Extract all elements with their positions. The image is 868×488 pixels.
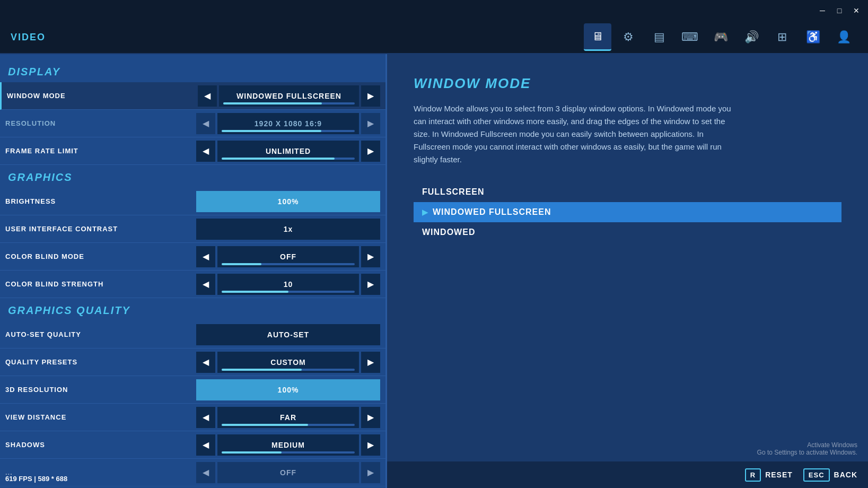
color-blind-strength-next[interactable]: ▶ bbox=[361, 274, 380, 295]
resolution-next[interactable]: ▶ bbox=[361, 113, 380, 134]
auto-set-quality-label: AUTO-SET QUALITY bbox=[5, 330, 196, 338]
window-mode-row[interactable]: WINDOW MODE ◀ WINDOWED FULLSCREEN ▶ bbox=[0, 82, 385, 110]
reset-btn[interactable]: R RESET bbox=[745, 468, 793, 482]
main-layout: DISPLAY WINDOW MODE ◀ WINDOWED FULLSCREE… bbox=[0, 54, 868, 488]
auto-set-quality-value: AUTO-SET bbox=[196, 324, 380, 345]
3d-resolution-label: 3D RESOLUTION bbox=[5, 386, 196, 394]
3d-resolution-control: 100% bbox=[196, 379, 380, 400]
window-mode-control: ◀ WINDOWED FULLSCREEN ▶ bbox=[198, 85, 380, 107]
ui-contrast-value: 1x bbox=[196, 219, 380, 240]
nav-accessibility-icon[interactable]: ♿ bbox=[799, 23, 827, 51]
bottom-bar: R RESET ESC BACK bbox=[387, 461, 868, 488]
view-distance-control: ◀ FAR ▶ bbox=[196, 407, 380, 428]
auto-set-quality-control: AUTO-SET bbox=[196, 324, 380, 345]
color-blind-mode-prev[interactable]: ◀ bbox=[196, 246, 215, 267]
window-mode-options: FULLSCREEN ▶ WINDOWED FULLSCREEN WINDOWE… bbox=[414, 182, 841, 242]
quality-presets-value: CUSTOM bbox=[217, 352, 359, 373]
nav-icons: 🖥 ⚙ ▤ ⌨ 🎮 🔊 ⊞ ♿ 👤 bbox=[584, 23, 857, 51]
resolution-control: ◀ 1920 X 1080 16:9 ▶ bbox=[196, 113, 380, 134]
view-distance-prev[interactable]: ◀ bbox=[196, 407, 215, 428]
nav-monitor-icon[interactable]: 🖥 bbox=[584, 23, 611, 51]
more-prev[interactable]: ◀ bbox=[196, 462, 215, 483]
titlebar: ─ □ ✕ bbox=[0, 0, 868, 21]
nav-audio-icon[interactable]: 🔊 bbox=[738, 23, 765, 51]
option-fullscreen-label: FULLSCREEN bbox=[422, 187, 485, 197]
more-control: ◀ OFF ▶ bbox=[196, 462, 380, 483]
color-blind-mode-control: ◀ OFF ▶ bbox=[196, 246, 380, 267]
frame-rate-prev[interactable]: ◀ bbox=[196, 141, 215, 162]
reset-label: RESET bbox=[765, 470, 793, 479]
left-panel: DISPLAY WINDOW MODE ◀ WINDOWED FULLSCREE… bbox=[0, 54, 387, 488]
resolution-value: 1920 X 1080 16:9 bbox=[217, 113, 359, 134]
quality-presets-next[interactable]: ▶ bbox=[361, 352, 380, 373]
brightness-label: BRIGHTNESS bbox=[5, 197, 196, 205]
ui-contrast-row[interactable]: USER INTERFACE CONTRAST 1x bbox=[0, 215, 385, 243]
ui-contrast-control: 1x bbox=[196, 219, 380, 240]
back-btn[interactable]: ESC BACK bbox=[803, 468, 857, 482]
window-mode-next[interactable]: ▶ bbox=[361, 85, 380, 107]
color-blind-strength-row[interactable]: COLOR BLIND STRENGTH ◀ 10 ▶ bbox=[0, 271, 385, 298]
quality-presets-label: QUALITY PRESETS bbox=[5, 358, 196, 366]
nav-hud-icon[interactable]: ⊞ bbox=[768, 23, 796, 51]
option-windowed-fullscreen[interactable]: ▶ WINDOWED FULLSCREEN bbox=[414, 202, 841, 222]
nav-keyboard-icon[interactable]: ⌨ bbox=[676, 23, 704, 51]
maximize-button[interactable]: □ bbox=[833, 4, 846, 17]
fps-counter: 619 FPS | 589 * 688 bbox=[5, 475, 67, 483]
color-blind-mode-value: OFF bbox=[217, 246, 359, 267]
color-blind-mode-row[interactable]: COLOR BLIND MODE ◀ OFF ▶ bbox=[0, 243, 385, 271]
color-blind-strength-prev[interactable]: ◀ bbox=[196, 274, 215, 295]
view-distance-next[interactable]: ▶ bbox=[361, 407, 380, 428]
frame-rate-value: UNLIMITED bbox=[217, 141, 359, 162]
graphics-quality-section-title: GRAPHICS QUALITY bbox=[0, 298, 385, 321]
shadows-label: SHADOWS bbox=[5, 441, 196, 449]
quality-presets-row[interactable]: QUALITY PRESETS ◀ CUSTOM ▶ bbox=[0, 348, 385, 376]
color-blind-strength-value: 10 bbox=[217, 274, 359, 295]
window-mode-label: WINDOW MODE bbox=[7, 92, 198, 100]
shadows-prev[interactable]: ◀ bbox=[196, 434, 215, 456]
window-mode-prev[interactable]: ◀ bbox=[198, 85, 217, 107]
right-panel: WINDOW MODE Window Mode allows you to se… bbox=[387, 54, 868, 488]
activate-windows: Activate Windows Go to Settings to activ… bbox=[757, 441, 857, 456]
frame-rate-row[interactable]: FRAME RATE LIMIT ◀ UNLIMITED ▶ bbox=[0, 137, 385, 165]
option-active-arrow: ▶ bbox=[422, 208, 428, 216]
more-value: OFF bbox=[217, 462, 359, 483]
option-windowed-label: WINDOWED bbox=[422, 228, 475, 237]
quality-presets-prev[interactable]: ◀ bbox=[196, 352, 215, 373]
nav-account-icon[interactable]: 👤 bbox=[830, 23, 857, 51]
color-blind-strength-label: COLOR BLIND STRENGTH bbox=[5, 280, 196, 288]
frame-rate-label: FRAME RATE LIMIT bbox=[5, 147, 196, 155]
option-fullscreen[interactable]: FULLSCREEN bbox=[414, 182, 841, 202]
brightness-control: 100% bbox=[196, 191, 380, 212]
display-section-title: DISPLAY bbox=[0, 59, 385, 82]
shadows-next[interactable]: ▶ bbox=[361, 434, 380, 456]
resolution-label: RESOLUTION bbox=[5, 119, 196, 127]
titlebar-controls: ─ □ ✕ bbox=[816, 4, 863, 17]
brightness-row[interactable]: BRIGHTNESS 100% bbox=[0, 188, 385, 215]
frame-rate-next[interactable]: ▶ bbox=[361, 141, 380, 162]
back-key-badge: ESC bbox=[803, 468, 830, 482]
view-distance-row[interactable]: VIEW DISTANCE ◀ FAR ▶ bbox=[0, 404, 385, 431]
shadows-row[interactable]: SHADOWS ◀ MEDIUM ▶ bbox=[0, 431, 385, 459]
shadows-value: MEDIUM bbox=[217, 434, 359, 456]
back-label: BACK bbox=[834, 470, 857, 479]
color-blind-strength-control: ◀ 10 ▶ bbox=[196, 274, 380, 295]
info-description: Window Mode allows you to select from 3 … bbox=[414, 102, 732, 166]
auto-set-quality-row[interactable]: AUTO-SET QUALITY AUTO-SET bbox=[0, 321, 385, 348]
option-windowed[interactable]: WINDOWED bbox=[414, 222, 841, 242]
graphics-section-title: GRAPHICS bbox=[0, 165, 385, 188]
nav-controller-icon[interactable]: 🎮 bbox=[707, 23, 734, 51]
close-button[interactable]: ✕ bbox=[850, 4, 863, 17]
nav-gear-icon[interactable]: ⚙ bbox=[615, 23, 642, 51]
minimize-button[interactable]: ─ bbox=[816, 4, 829, 17]
3d-resolution-row[interactable]: 3D RESOLUTION 100% bbox=[0, 376, 385, 404]
quality-presets-control: ◀ CUSTOM ▶ bbox=[196, 352, 380, 373]
ui-contrast-label: USER INTERFACE CONTRAST bbox=[5, 225, 196, 233]
nav-display-icon[interactable]: ▤ bbox=[645, 23, 673, 51]
resolution-row[interactable]: RESOLUTION ◀ 1920 X 1080 16:9 ▶ bbox=[0, 110, 385, 137]
color-blind-mode-next[interactable]: ▶ bbox=[361, 246, 380, 267]
frame-rate-control: ◀ UNLIMITED ▶ bbox=[196, 141, 380, 162]
more-next[interactable]: ▶ bbox=[361, 462, 380, 483]
view-distance-value: FAR bbox=[217, 407, 359, 428]
resolution-prev[interactable]: ◀ bbox=[196, 113, 215, 134]
view-distance-label: VIEW DISTANCE bbox=[5, 413, 196, 421]
